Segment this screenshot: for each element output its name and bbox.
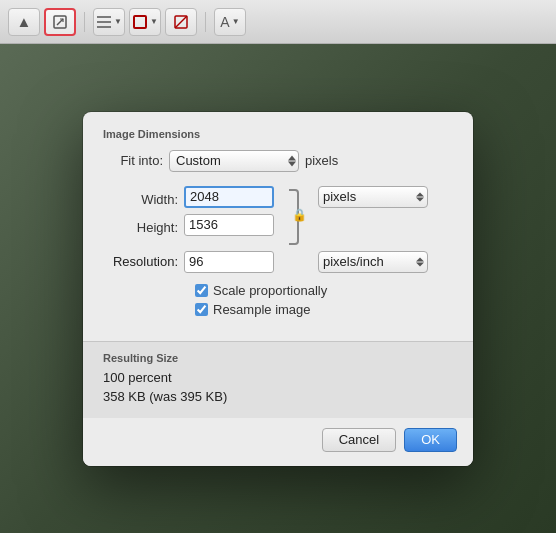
separator-2 [205, 12, 206, 32]
scale-proportionally-row: Scale proportionally [195, 283, 453, 298]
field-inputs [184, 186, 274, 236]
text-icon: A [220, 14, 229, 30]
menu-icon [96, 14, 112, 30]
crop-button[interactable]: ▲ [8, 8, 40, 36]
resolution-input[interactable] [184, 251, 274, 273]
dialog-footer: Cancel OK [83, 418, 473, 466]
fit-label: Fit into: [103, 153, 163, 168]
resample-label: Resample image [213, 302, 311, 317]
lock-icon: 🔒 [292, 208, 307, 222]
svg-line-6 [175, 16, 187, 28]
resample-row: Resample image [195, 302, 453, 317]
dialog-body: Image Dimensions Fit into: Custom Origin… [83, 112, 473, 333]
chain-col: 🔒 [280, 186, 302, 241]
resolution-label: Resolution: [103, 251, 178, 273]
fit-into-row: Fit into: Custom Original Size 2048 × 20… [103, 150, 453, 172]
resample-checkbox[interactable] [195, 303, 208, 316]
dialog-area: Image Dimensions Fit into: Custom Origin… [0, 44, 556, 533]
menu-arrow: ▼ [114, 17, 122, 26]
separator-1 [84, 12, 85, 32]
fit-select-wrapper: Custom Original Size 2048 × 2048 1024 × … [169, 150, 299, 172]
pixel-unit-wrapper: pixels percent inches cm mm [318, 186, 428, 208]
height-label: Height: [103, 217, 178, 239]
field-labels: Width: Height: [103, 186, 178, 239]
resize-button[interactable] [44, 8, 76, 36]
pixel-unit-select[interactable]: pixels percent inches cm mm [318, 186, 428, 208]
right-units: pixels percent inches cm mm [318, 186, 428, 208]
text-button[interactable]: A ▼ [214, 8, 246, 36]
dimensions-fields: Width: Height: 🔒 pixels [103, 186, 453, 241]
scale-proportionally-label: Scale proportionally [213, 283, 327, 298]
dialog-title: Image Dimensions [103, 128, 453, 140]
toolbar: ▲ ▼ ▼ A ▼ [0, 0, 556, 44]
resulting-size-section: Resulting Size 100 percent 358 KB (was 3… [83, 341, 473, 418]
resulting-percent: 100 percent [103, 370, 453, 385]
resize-icon [52, 14, 68, 30]
slash-icon [173, 14, 189, 30]
chain-bracket: 🔒 [283, 189, 299, 241]
border-button[interactable]: ▼ [129, 8, 161, 36]
image-dimensions-dialog: Image Dimensions Fit into: Custom Origin… [83, 112, 473, 466]
fit-select[interactable]: Custom Original Size 2048 × 2048 1024 × … [169, 150, 299, 172]
resolution-unit-select[interactable]: pixels/inch pixels/cm [318, 251, 428, 273]
width-input[interactable] [184, 186, 274, 208]
svg-rect-4 [134, 16, 146, 28]
slash-button[interactable] [165, 8, 197, 36]
cancel-button[interactable]: Cancel [322, 428, 396, 452]
menu-button[interactable]: ▼ [93, 8, 125, 36]
ok-button[interactable]: OK [404, 428, 457, 452]
resolution-row: Resolution: pixels/inch pixels/cm [103, 251, 453, 273]
crop-icon: ▲ [17, 13, 32, 30]
scale-proportionally-checkbox[interactable] [195, 284, 208, 297]
resulting-size: 358 KB (was 395 KB) [103, 389, 453, 404]
resulting-size-header: Resulting Size [103, 352, 453, 364]
height-input[interactable] [184, 214, 274, 236]
resolution-unit-wrapper: pixels/inch pixels/cm [318, 251, 428, 273]
border-icon [132, 14, 148, 30]
fit-unit-label: pixels [305, 153, 338, 168]
width-label: Width: [103, 189, 178, 211]
